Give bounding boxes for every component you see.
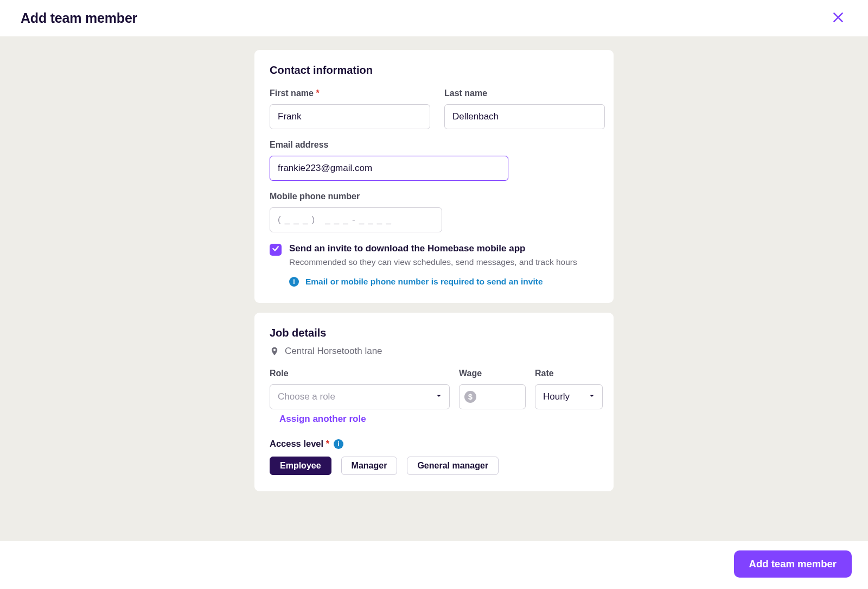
invite-label: Send an invite to download the Homebase … bbox=[289, 243, 577, 254]
modal-footer: Add team member bbox=[0, 541, 868, 589]
wage-input-wrap: $ bbox=[459, 384, 526, 409]
job-section-title: Job details bbox=[270, 327, 598, 339]
add-team-member-button[interactable]: Add team member bbox=[734, 550, 852, 578]
rate-select-wrap: Hourly bbox=[535, 384, 603, 409]
location-pin-icon bbox=[270, 346, 279, 356]
last-name-label: Last name bbox=[444, 88, 605, 98]
role-wage-rate-row: Role Choose a role Wage $ bbox=[270, 369, 598, 409]
role-select-wrap: Choose a role bbox=[270, 384, 450, 409]
first-name-field: First name * bbox=[270, 88, 430, 129]
first-name-label-text: First name bbox=[270, 88, 314, 98]
check-icon bbox=[272, 245, 279, 255]
first-name-input[interactable] bbox=[270, 104, 430, 129]
name-row: First name * Last name bbox=[270, 88, 598, 129]
access-level-info-icon[interactable]: i bbox=[334, 439, 343, 449]
email-input[interactable] bbox=[270, 156, 508, 181]
invite-requirement-row: i Email or mobile phone number is requir… bbox=[289, 277, 598, 287]
phone-input[interactable] bbox=[270, 207, 442, 232]
invite-hint: Recommended so they can view schedules, … bbox=[289, 257, 577, 267]
modal-header: Add team member bbox=[0, 0, 868, 36]
role-field: Role Choose a role bbox=[270, 369, 450, 409]
last-name-input[interactable] bbox=[444, 104, 605, 129]
email-field: Email address bbox=[270, 140, 508, 181]
info-icon: i bbox=[289, 277, 299, 287]
access-option-general-manager[interactable]: General manager bbox=[407, 457, 499, 475]
access-level-label-text: Access level bbox=[270, 439, 323, 448]
modal-body: Contact information First name * Last na… bbox=[0, 36, 868, 541]
access-level-label-row: Access level * i bbox=[270, 439, 598, 449]
phone-row: Mobile phone number bbox=[270, 192, 598, 232]
invite-checkbox[interactable] bbox=[270, 244, 282, 256]
role-label: Role bbox=[270, 369, 450, 378]
contact-section-title: Contact information bbox=[270, 64, 598, 77]
last-name-field: Last name bbox=[444, 88, 605, 129]
access-option-employee[interactable]: Employee bbox=[270, 457, 331, 475]
dollar-icon: $ bbox=[464, 391, 476, 403]
first-name-label: First name * bbox=[270, 88, 430, 98]
rate-label: Rate bbox=[535, 369, 603, 378]
invite-row: Send an invite to download the Homebase … bbox=[270, 243, 598, 267]
role-select-value: Choose a role bbox=[278, 391, 335, 402]
modal-title: Add team member bbox=[21, 10, 137, 26]
wage-label: Wage bbox=[459, 369, 526, 378]
invite-requirement-text: Email or mobile phone number is required… bbox=[305, 277, 543, 287]
job-details-card: Job details Central Horsetooth lane Role… bbox=[254, 313, 614, 491]
wage-field: Wage $ bbox=[459, 369, 526, 409]
rate-select-value: Hourly bbox=[543, 391, 570, 402]
location-row: Central Horsetooth lane bbox=[270, 346, 598, 357]
rate-select[interactable]: Hourly bbox=[535, 384, 603, 409]
invite-text-block: Send an invite to download the Homebase … bbox=[289, 243, 577, 267]
access-level-segmented: Employee Manager General manager bbox=[270, 457, 598, 475]
close-button[interactable] bbox=[829, 8, 847, 28]
rate-field: Rate Hourly bbox=[535, 369, 603, 409]
assign-another-role-link[interactable]: Assign another role bbox=[279, 414, 366, 425]
phone-label: Mobile phone number bbox=[270, 192, 442, 201]
access-level-label: Access level * bbox=[270, 439, 329, 449]
access-option-manager[interactable]: Manager bbox=[341, 457, 398, 475]
location-text: Central Horsetooth lane bbox=[285, 346, 382, 357]
role-select[interactable]: Choose a role bbox=[270, 384, 450, 409]
required-marker: * bbox=[326, 439, 329, 448]
email-label: Email address bbox=[270, 140, 508, 150]
close-icon bbox=[831, 10, 845, 26]
add-team-member-modal: Add team member Contact information Firs… bbox=[0, 0, 868, 589]
required-marker: * bbox=[316, 88, 319, 98]
contact-info-card: Contact information First name * Last na… bbox=[254, 50, 614, 303]
phone-field: Mobile phone number bbox=[270, 192, 442, 232]
email-row: Email address bbox=[270, 140, 598, 181]
